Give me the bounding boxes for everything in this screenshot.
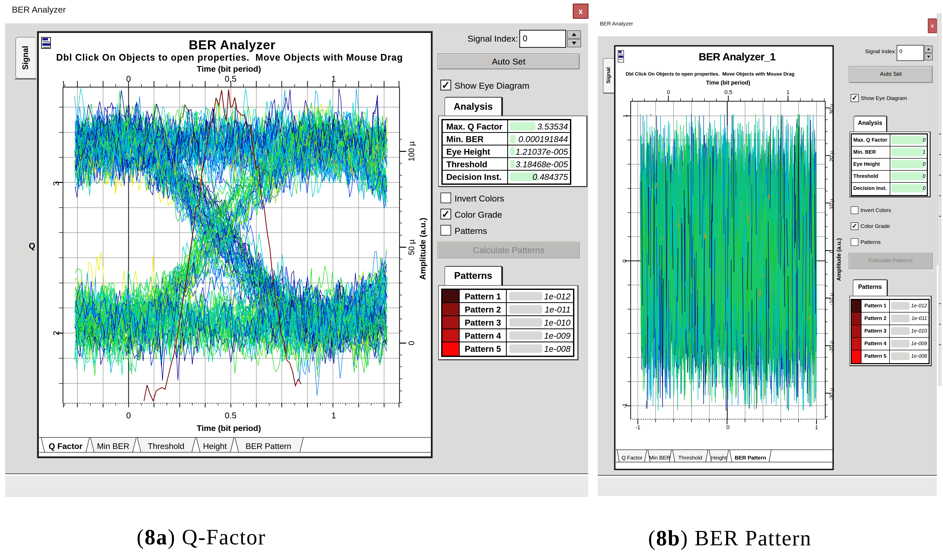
svg-text:BER Pattern: BER Pattern [735, 455, 766, 460]
svg-text:Min BER: Min BER [649, 455, 670, 460]
svg-text:Threshold: Threshold [678, 455, 702, 460]
svg-text:Q Factor: Q Factor [49, 442, 83, 451]
svg-text:Height: Height [711, 455, 727, 460]
svg-text:BER Pattern: BER Pattern [245, 442, 291, 451]
svg-text:Height: Height [203, 442, 227, 451]
svg-text:Threshold: Threshold [148, 442, 184, 451]
svg-text:Min BER: Min BER [97, 442, 129, 451]
svg-text:Q Factor: Q Factor [621, 455, 643, 460]
